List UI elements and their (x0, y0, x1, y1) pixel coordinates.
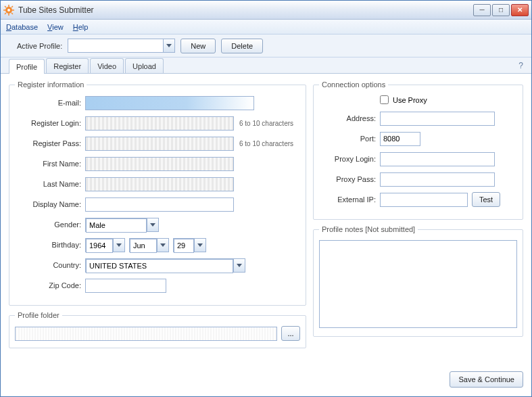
birthday-day-input[interactable] (174, 239, 194, 253)
titlebar: Tube Sites Submitter ─ □ ✕ (1, 1, 531, 20)
window-title: Tube Sites Submitter (18, 5, 473, 15)
maximize-button[interactable]: □ (492, 4, 510, 16)
register-login-label: Register Login: (15, 119, 85, 127)
port-label: Port: (319, 135, 380, 143)
register-information-group: Register information E-mail: Register Lo… (9, 80, 306, 306)
birthday-day-combo[interactable] (173, 238, 206, 252)
zip-label: Zip Code: (15, 281, 85, 289)
birthday-month-input[interactable] (130, 239, 157, 253)
email-field[interactable] (85, 96, 254, 110)
toolbar: Active Profile: New Delete (1, 34, 531, 57)
menubar: Database View Help (1, 20, 531, 34)
email-label: E-mail: (15, 99, 85, 107)
address-field[interactable] (380, 112, 495, 126)
delete-button[interactable]: Delete (221, 39, 263, 53)
active-profile-label: Active Profile: (17, 42, 62, 50)
connection-options-group: Connection options Use Proxy Address: Po… (313, 80, 523, 220)
content: Register information E-mail: Register Lo… (1, 74, 531, 396)
connection-options-legend: Connection options (319, 80, 388, 89)
register-login-field[interactable] (85, 116, 234, 131)
chevron-down-icon[interactable] (157, 239, 168, 252)
port-field[interactable] (380, 132, 420, 146)
first-name-label: First Name: (15, 160, 85, 168)
save-continue-button[interactable]: Save & Continue (450, 371, 523, 388)
close-button[interactable]: ✕ (511, 4, 529, 16)
menu-database[interactable]: Database (6, 23, 38, 31)
use-proxy-checkbox[interactable] (380, 95, 389, 104)
new-button[interactable]: New (180, 39, 216, 53)
chevron-down-icon[interactable] (163, 39, 174, 52)
profile-notes-group: Profile notes [Not submitted] (313, 225, 523, 337)
birthday-year-combo[interactable] (85, 238, 125, 252)
minimize-button[interactable]: ─ (473, 4, 491, 16)
last-name-field[interactable] (85, 177, 234, 191)
gender-label: Gender: (15, 220, 85, 229)
menu-help[interactable]: Help (73, 23, 89, 31)
country-combo[interactable] (85, 258, 245, 273)
display-name-label: Display Name: (15, 200, 85, 208)
profile-notes-textarea[interactable] (319, 240, 517, 328)
test-button[interactable]: Test (472, 192, 500, 207)
address-label: Address: (319, 114, 380, 122)
last-name-label: Last Name: (15, 180, 85, 188)
svg-line-7 (11, 13, 13, 14)
use-proxy-label: Use Proxy (393, 96, 427, 104)
menu-view[interactable]: View (47, 23, 64, 31)
proxy-login-field[interactable] (380, 152, 495, 166)
external-ip-label: External IP: (319, 195, 380, 204)
footer: Save & Continue (450, 371, 523, 388)
profile-notes-legend: Profile notes [Not submitted] (319, 225, 418, 233)
country-input[interactable] (86, 259, 233, 273)
tab-upload[interactable]: Upload (125, 58, 164, 73)
help-icon[interactable]: ? (518, 61, 523, 70)
window-buttons: ─ □ ✕ (473, 4, 529, 16)
tab-register[interactable]: Register (46, 58, 89, 73)
proxy-login-label: Proxy Login: (319, 155, 380, 163)
zip-field[interactable] (85, 279, 166, 293)
browse-button[interactable]: ... (281, 326, 300, 341)
app-icon (3, 5, 14, 16)
chevron-down-icon[interactable] (147, 218, 158, 231)
register-login-hint: 6 to 10 characters (239, 120, 293, 127)
register-pass-hint: 6 to 10 characters (239, 140, 293, 147)
display-name-field[interactable] (85, 197, 234, 212)
gender-combo[interactable] (85, 218, 159, 232)
birthday-label: Birthday: (15, 241, 85, 249)
chevron-down-icon[interactable] (194, 239, 205, 252)
birthday-month-combo[interactable] (129, 238, 169, 252)
svg-line-6 (5, 6, 6, 7)
profile-folder-legend: Profile folder (15, 311, 62, 319)
chevron-down-icon[interactable] (233, 259, 245, 272)
gender-input[interactable] (86, 218, 147, 233)
svg-point-1 (7, 9, 10, 11)
first-name-field[interactable] (85, 157, 234, 171)
register-pass-label: Register Pass: (15, 139, 85, 147)
register-pass-field[interactable] (85, 137, 234, 151)
svg-line-9 (5, 13, 6, 14)
country-label: Country: (15, 261, 85, 269)
active-profile-combo[interactable] (68, 39, 175, 53)
proxy-pass-label: Proxy Pass: (319, 175, 380, 183)
profile-folder-group: Profile folder ... (9, 311, 306, 348)
tab-video[interactable]: Video (90, 58, 124, 73)
active-profile-input[interactable] (68, 39, 163, 52)
profile-folder-field[interactable] (15, 327, 277, 341)
tab-profile[interactable]: Profile (9, 59, 45, 74)
birthday-year-input[interactable] (86, 239, 113, 253)
proxy-pass-field[interactable] (380, 172, 495, 187)
register-information-legend: Register information (15, 80, 87, 89)
external-ip-field[interactable] (380, 193, 468, 207)
svg-line-8 (11, 6, 13, 7)
chevron-down-icon[interactable] (113, 239, 124, 252)
tabbar: Profile Register Video Upload ? (1, 57, 531, 74)
